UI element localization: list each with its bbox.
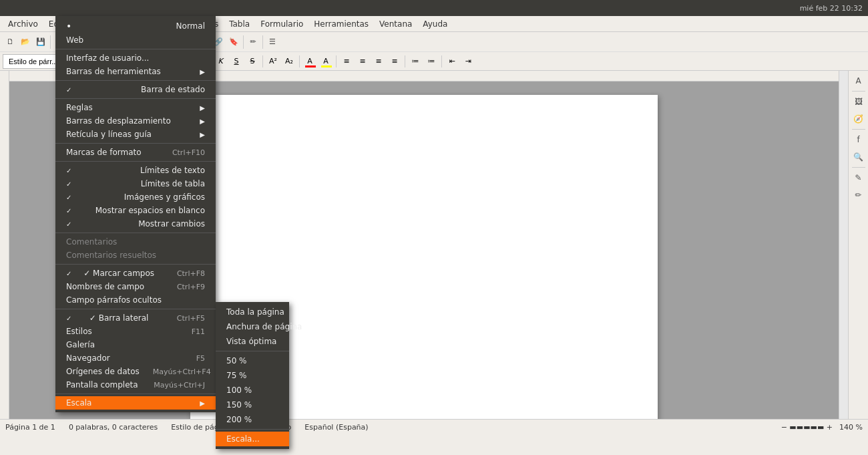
find-panel-icon[interactable]: 🔍 bbox=[851, 150, 866, 164]
vm-sep5 bbox=[55, 161, 216, 162]
open-btn[interactable]: 📂 bbox=[18, 35, 33, 49]
rp-sep3 bbox=[852, 167, 865, 168]
sep7 bbox=[243, 35, 244, 49]
vm-barras-desplazamiento[interactable]: Barras de desplazamiento▶ bbox=[55, 114, 216, 128]
vm-sep3 bbox=[55, 98, 216, 99]
vm-pantalla-completa[interactable]: Pantalla completaMayús+Ctrl+J bbox=[55, 378, 216, 392]
system-time: mié feb 22 10:32 bbox=[800, 4, 863, 13]
vm-navegador[interactable]: NavegadorF5 bbox=[55, 351, 216, 365]
vm-sep4 bbox=[55, 143, 216, 144]
extra-panel-icon2[interactable]: ✏ bbox=[851, 188, 866, 202]
menu-ventana[interactable]: Ventana bbox=[374, 18, 417, 30]
strikethrough-btn[interactable]: S bbox=[245, 54, 260, 69]
vm-comentarios-resueltos: Comentarios resueltos bbox=[55, 249, 216, 262]
underline-btn[interactable]: S bbox=[229, 54, 244, 69]
sm-200[interactable]: 200 % bbox=[216, 412, 289, 427]
sep8 bbox=[262, 35, 263, 49]
menu-formulario[interactable]: Formulario bbox=[255, 18, 308, 30]
sm-75[interactable]: 75 % bbox=[216, 368, 289, 383]
vm-imagenes[interactable]: Imágenes y gráficos bbox=[55, 190, 216, 204]
fmt-sep3 bbox=[299, 55, 300, 67]
system-bar: mié feb 22 10:32 bbox=[0, 0, 868, 16]
vm-barra-estado[interactable]: Barra de estado bbox=[55, 83, 216, 96]
vm-barra-lateral[interactable]: ✓ Barra lateralCtrl+F5 bbox=[55, 311, 216, 325]
ver-menu: Normal Web Interfaz de usuario... Barras… bbox=[55, 16, 216, 412]
indent-less-btn[interactable]: ⇤ bbox=[445, 54, 459, 69]
fmt-sep4 bbox=[336, 55, 337, 67]
fmt-sep2 bbox=[262, 55, 263, 67]
scrollbar[interactable] bbox=[839, 71, 848, 419]
vm-marcas-formato[interactable]: Marcas de formatoCtrl+F10 bbox=[55, 146, 216, 159]
vm-limites-tabla[interactable]: Límites de tabla bbox=[55, 177, 216, 190]
sm-vista-optima[interactable]: Vista óptima bbox=[216, 334, 289, 349]
vm-espacios-blanco[interactable]: Mostrar espacios en blanco bbox=[55, 204, 216, 217]
sm-anchura-pagina[interactable]: Anchura de página bbox=[216, 319, 289, 334]
vm-sep7 bbox=[55, 264, 216, 265]
vm-campo-parrafos[interactable]: Campo párrafos ocultos bbox=[55, 293, 216, 307]
sep1 bbox=[50, 35, 51, 49]
vm-mostrar-cambios[interactable]: Mostrar cambios bbox=[55, 217, 216, 231]
vm-barras-herramientas[interactable]: Barras de herramientas▶ bbox=[55, 65, 216, 78]
zoom-level: 140 % bbox=[839, 423, 863, 432]
styles-panel-icon[interactable]: A bbox=[851, 73, 866, 88]
vm-sep6 bbox=[55, 233, 216, 233]
highlight-btn[interactable]: A bbox=[318, 54, 333, 69]
list-ordered-btn[interactable]: ≔ bbox=[424, 54, 439, 69]
vm-interfaz[interactable]: Interfaz de usuario... bbox=[55, 51, 216, 65]
sm-toda-pagina[interactable]: Toda la página bbox=[216, 305, 289, 319]
status-bar: Página 1 de 1 0 palabras, 0 caracteres E… bbox=[0, 419, 868, 435]
word-count: 0 palabras, 0 caracteres bbox=[69, 423, 158, 432]
vm-galeria[interactable]: Galería bbox=[55, 338, 216, 351]
vm-reglas[interactable]: Reglas▶ bbox=[55, 101, 216, 114]
menu-herramientas[interactable]: Herramientas bbox=[308, 18, 374, 30]
vm-sep9 bbox=[55, 394, 216, 394]
indent-more-btn[interactable]: ⇥ bbox=[461, 54, 475, 69]
vm-comentarios: Comentarios bbox=[55, 235, 216, 249]
zoom-icons[interactable]: − ▬▬▬▬▬ + bbox=[781, 423, 833, 432]
vm-marcar-campos[interactable]: ✓ Marcar camposCtrl+F8 bbox=[55, 267, 216, 280]
subscript-btn[interactable]: A₂ bbox=[282, 54, 296, 69]
vm-escala[interactable]: Escala▶ bbox=[55, 396, 216, 410]
save-btn[interactable]: 💾 bbox=[33, 35, 48, 49]
sm-escala[interactable]: Escala... bbox=[216, 432, 289, 446]
vm-nombres-campo[interactable]: Nombres de campoCtrl+F9 bbox=[55, 280, 216, 293]
sm-50[interactable]: 50 % bbox=[216, 353, 289, 368]
vm-estilos[interactable]: EstilosF11 bbox=[55, 325, 216, 338]
menu-archivo[interactable]: Archivo bbox=[3, 18, 43, 30]
vm-web[interactable]: Web bbox=[55, 33, 216, 47]
vm-limites-texto[interactable]: Límites de texto bbox=[55, 164, 216, 177]
sm-sep2 bbox=[216, 429, 289, 430]
menu-tabla[interactable]: Tabla bbox=[224, 18, 255, 30]
list-unordered-btn[interactable]: ≔ bbox=[408, 54, 423, 69]
align-right-btn[interactable]: ≡ bbox=[371, 54, 386, 69]
menu-ayuda[interactable]: Ayuda bbox=[417, 18, 453, 30]
superscript-btn[interactable]: A² bbox=[266, 54, 280, 69]
char-color-btn[interactable]: A bbox=[302, 54, 317, 69]
sm-100[interactable]: 100 % bbox=[216, 383, 289, 398]
align-center-btn[interactable]: ≡ bbox=[355, 54, 370, 69]
rp-sep1 bbox=[852, 91, 865, 92]
navigator-panel-icon[interactable]: 🧭 bbox=[851, 112, 866, 126]
gallery-panel-icon[interactable]: 🖼 bbox=[851, 94, 866, 109]
sm-150[interactable]: 150 % bbox=[216, 398, 289, 412]
bookmark-btn[interactable]: 🔖 bbox=[226, 35, 241, 49]
rp-sep2 bbox=[852, 129, 865, 130]
system-bar-right: mié feb 22 10:32 bbox=[800, 4, 863, 13]
functions-panel-icon[interactable]: f bbox=[851, 132, 866, 147]
draw-btn[interactable]: ✏ bbox=[246, 35, 260, 49]
sm-sep1 bbox=[216, 351, 289, 351]
form-btn[interactable]: ☰ bbox=[265, 35, 280, 49]
fmt-sep5 bbox=[405, 55, 405, 67]
align-justify-btn[interactable]: ≡ bbox=[387, 54, 402, 69]
vm-normal[interactable]: Normal bbox=[55, 19, 216, 33]
vm-origenes-datos[interactable]: Orígenes de datosMayús+Ctrl+F4 bbox=[55, 365, 216, 378]
extra-panel-icon1[interactable]: ✎ bbox=[851, 170, 866, 185]
vm-sep1 bbox=[55, 49, 216, 49]
ruler-left bbox=[0, 71, 9, 419]
right-panel: A 🖼 🧭 f 🔍 ✎ ✏ bbox=[848, 71, 868, 419]
vm-reticula[interactable]: Retícula y líneas guía▶ bbox=[55, 128, 216, 141]
page-info: Página 1 de 1 bbox=[5, 423, 55, 432]
new-btn[interactable]: 🗋 bbox=[3, 35, 17, 49]
fmt-sep6 bbox=[441, 55, 442, 67]
align-left-btn[interactable]: ≡ bbox=[339, 54, 354, 69]
